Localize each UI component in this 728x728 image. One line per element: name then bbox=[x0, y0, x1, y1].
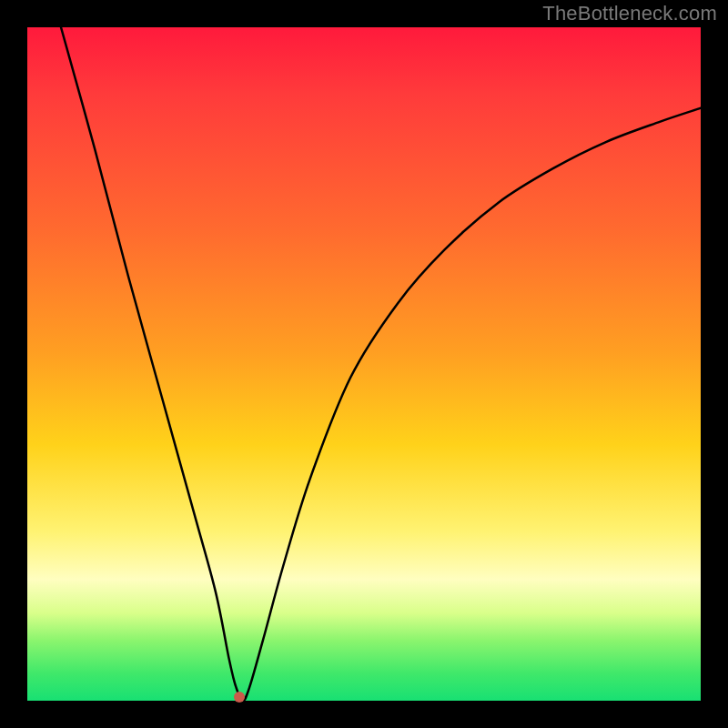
optimal-point-marker bbox=[234, 692, 245, 703]
bottleneck-curve bbox=[27, 27, 701, 701]
plot-area bbox=[27, 27, 701, 701]
watermark-text: TheBottleneck.com bbox=[542, 2, 717, 25]
chart-frame: TheBottleneck.com bbox=[0, 0, 728, 728]
